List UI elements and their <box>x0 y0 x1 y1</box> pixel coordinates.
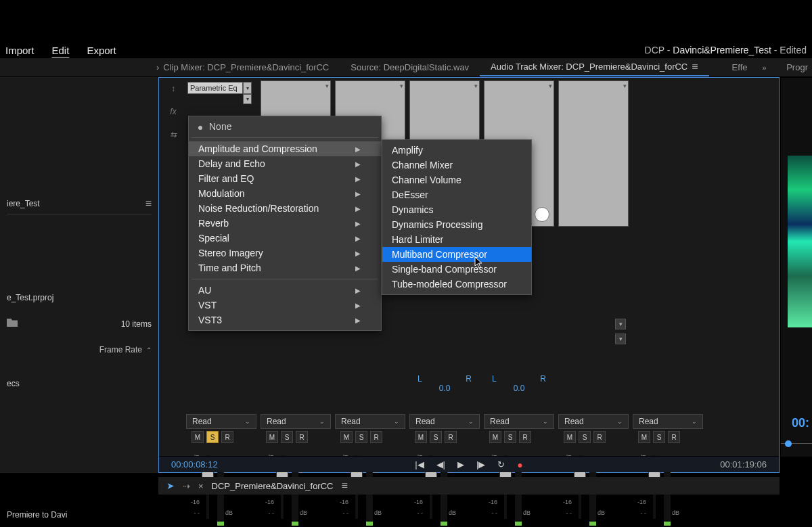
pan-row: LR 0.0 LR 0.0 <box>186 374 629 393</box>
automation-mode-dropdown[interactable]: Read⌄ <box>484 414 554 429</box>
ctx-item-delay-echo[interactable]: Delay and Echo <box>189 156 381 171</box>
ctx-item-tube-modeled-compressor[interactable]: Tube-modeled Compressor <box>382 277 531 292</box>
ctx-item-channel-mixer[interactable]: Channel Mixer <box>382 158 531 173</box>
record-arm-button[interactable]: R <box>370 431 382 443</box>
solo-button[interactable]: S <box>206 431 219 443</box>
pan-value[interactable]: 0.0 <box>439 384 451 393</box>
record-arm-button[interactable]: R <box>519 431 531 443</box>
ctx-item-deesser[interactable]: DeEsser <box>382 187 531 202</box>
timeline-sequence-tabs: ➤ ⇢ × DCP_Premiere&Davinci_forCC ≡ <box>158 477 780 495</box>
ctx-item-amplify[interactable]: Amplify <box>382 143 531 158</box>
solo-button[interactable]: S <box>430 431 442 443</box>
panel-menu-icon[interactable]: ≡ <box>692 61 698 73</box>
sort-chevron-icon[interactable]: ⌃ <box>146 346 152 354</box>
automation-mode-row: Read⌄ Read⌄ Read⌄ Read⌄ Read⌄ Read⌄ Read… <box>186 414 703 429</box>
record-arm-button[interactable]: R <box>296 431 308 443</box>
mute-button[interactable]: M <box>415 431 427 443</box>
solo-button[interactable]: S <box>579 431 591 443</box>
program-scrubber[interactable] <box>781 443 812 447</box>
row-truncated-ecs[interactable]: ecs <box>7 379 152 388</box>
ctx-item-reverb[interactable]: Reverb <box>189 216 381 231</box>
sequence-tab-name[interactable]: DCP_Premiere&Davinci_forCC <box>212 481 334 491</box>
send-dropdown-icon[interactable]: ▾ <box>615 319 626 329</box>
ctx-item-vst3[interactable]: VST3 <box>189 313 381 327</box>
ctx-item-special[interactable]: Special <box>189 231 381 246</box>
project-panel-menu-icon[interactable]: ≡ <box>145 198 152 210</box>
ctx-item-multiband-compressor[interactable]: Multiband Compressor <box>382 247 531 262</box>
ctx-item-au[interactable]: AU <box>189 283 381 298</box>
overflow-chevron-icon[interactable]: » <box>763 64 767 72</box>
ctx-item-none[interactable]: None <box>189 119 381 134</box>
mute-button[interactable]: M <box>564 431 576 443</box>
close-sequence-icon[interactable]: × <box>198 481 204 491</box>
sequence-panel-menu-icon[interactable]: ≡ <box>341 480 347 492</box>
loop-icon[interactable]: ↻ <box>497 459 505 470</box>
pan-knob[interactable] <box>535 207 549 222</box>
record-arm-button[interactable]: R <box>593 431 606 443</box>
timecode-current[interactable]: 00:00:08:12 <box>171 459 218 469</box>
automation-mode-dropdown[interactable]: Read⌄ <box>409 414 480 429</box>
automation-mode-dropdown[interactable]: Read⌄ <box>335 414 405 429</box>
tab-effects-truncated[interactable]: Effe <box>721 58 759 76</box>
play-icon[interactable]: ▶ <box>457 459 464 470</box>
tab-audio-track-mixer[interactable]: Audio Track Mixer: DCP_Premiere&Davinci_… <box>480 58 709 76</box>
ctx-item-modulation[interactable]: Modulation <box>189 186 381 201</box>
menu-edit[interactable]: Edit <box>52 45 70 56</box>
bin-item-count: 10 items <box>121 319 152 329</box>
panel-tabs-row: › Clip Mixer: DCP_Premiere&Davinci_forCC… <box>0 58 812 77</box>
record-arm-button[interactable]: R <box>668 431 680 443</box>
mute-button[interactable]: M <box>266 431 278 443</box>
solo-button[interactable]: S <box>355 431 367 443</box>
ctx-item-filter-eq[interactable]: Filter and EQ <box>189 171 381 186</box>
automation-mode-dropdown[interactable]: Read⌄ <box>633 414 703 429</box>
ctx-item-time-pitch[interactable]: Time and Pitch <box>189 260 381 275</box>
pan-L: L <box>492 374 497 384</box>
menu-import[interactable]: Import <box>5 45 35 56</box>
record-arm-button[interactable]: R <box>445 431 457 443</box>
app-menubar: Import Edit Export DCP - Davinci&Premier… <box>0 42 812 58</box>
fx-insert-context-menu: None Amplitude and Compression Delay and… <box>188 116 382 331</box>
tab-clip-mixer[interactable]: › Clip Mixer: DCP_Premiere&Davinci_forCC <box>152 58 340 76</box>
step-forward-icon[interactable]: |▶ <box>476 459 485 470</box>
ctx-item-vst[interactable]: VST <box>189 298 381 313</box>
menu-export[interactable]: Export <box>87 45 116 56</box>
ctx-item-single-band-compressor[interactable]: Single-band Compressor <box>382 262 531 277</box>
record-icon[interactable]: ● <box>517 459 522 470</box>
ctx-item-dynamics[interactable]: Dynamics <box>382 202 531 217</box>
ctx-item-hard-limiter[interactable]: Hard Limiter <box>382 232 531 247</box>
row-truncated-premiere-davi[interactable]: Premiere to Davi <box>7 510 152 520</box>
pan-value[interactable]: 0.0 <box>514 384 525 393</box>
fx-sends-icon[interactable]: ⇆ <box>166 128 180 141</box>
step-back-icon[interactable]: ◀| <box>436 459 445 470</box>
ctx-item-channel-volume[interactable]: Channel Volume <box>382 173 531 187</box>
record-arm-button[interactable]: R <box>221 431 233 443</box>
go-to-in-icon[interactable]: |◀ <box>415 459 424 470</box>
ctx-item-amplitude-compression[interactable]: Amplitude and Compression <box>189 141 381 156</box>
send-dropdown-icon[interactable]: ▾ <box>615 334 626 344</box>
automation-mode-dropdown[interactable]: Read⌄ <box>186 414 256 429</box>
mute-button[interactable]: M <box>340 431 353 443</box>
ctx-item-noise-reduction[interactable]: Noise Reduction/Restoration <box>189 201 381 216</box>
ctx-item-dynamics-processing[interactable]: Dynamics Processing <box>382 217 531 232</box>
insert-tool-icon[interactable]: ⇢ <box>183 481 190 491</box>
automation-mode-dropdown[interactable]: Read⌄ <box>558 414 629 429</box>
column-frame-rate[interactable]: Frame Rate <box>99 345 142 354</box>
mute-button[interactable]: M <box>638 431 650 443</box>
mute-button[interactable]: M <box>191 431 204 443</box>
fx-show-toggle-icon[interactable]: ↕ <box>166 82 180 95</box>
tab-program-truncated[interactable]: Progr <box>775 58 812 76</box>
pan-R: R <box>466 374 472 384</box>
fx-slot-track-6[interactable]: ▾ <box>558 81 629 227</box>
solo-button[interactable]: S <box>281 431 293 443</box>
fx-label-icon: fx <box>166 105 180 118</box>
pan-R: R <box>540 374 546 384</box>
mute-button[interactable]: M <box>489 431 501 443</box>
bin-icon <box>7 319 18 327</box>
solo-button[interactable]: S <box>653 431 665 443</box>
selection-tool-icon[interactable]: ➤ <box>166 480 175 491</box>
ctx-item-stereo-imagery[interactable]: Stereo Imagery <box>189 246 381 260</box>
tab-source[interactable]: Source: DeepDigitalStatic.wav <box>340 58 480 76</box>
automation-mode-dropdown[interactable]: Read⌄ <box>261 414 331 429</box>
solo-button[interactable]: S <box>504 431 516 443</box>
playhead-icon[interactable] <box>785 440 792 447</box>
